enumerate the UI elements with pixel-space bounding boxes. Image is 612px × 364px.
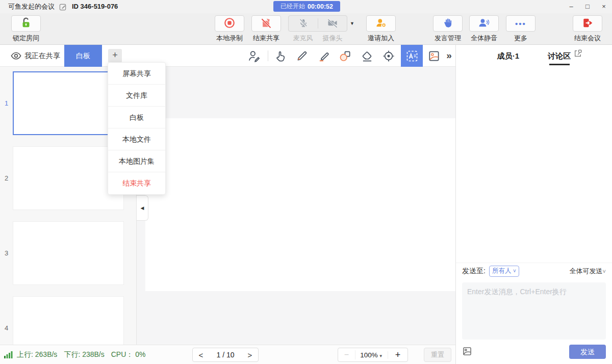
lock-open-icon bbox=[19, 16, 33, 31]
minimize-button[interactable]: – bbox=[563, 0, 579, 13]
page-number: 3 bbox=[0, 249, 13, 257]
main-toolbar: 锁定房间 本地录制 结束共享 bbox=[0, 13, 612, 45]
more-button[interactable]: ••• 更多 bbox=[506, 15, 536, 43]
timer-value: 00:00:52 bbox=[308, 3, 333, 10]
chip-caret-icon: ˅ bbox=[513, 268, 516, 274]
meeting-app-window: 可鱼发起的会议 ID 346-519-076 已经开始 00:00:52 – □… bbox=[0, 0, 612, 364]
window-controls: – □ × bbox=[563, 0, 612, 13]
thumbnail-row: 3 bbox=[0, 221, 136, 285]
lock-room-button[interactable]: 锁定房间 bbox=[11, 15, 41, 43]
camera-label: 摄像头 bbox=[318, 34, 347, 43]
page-navigator: < 1 / 10 > bbox=[192, 348, 259, 362]
page-number: 2 bbox=[0, 174, 13, 182]
perm-caret-icon: ˅ bbox=[603, 268, 606, 274]
local-record-button[interactable]: 本地录制 bbox=[215, 15, 244, 43]
add-share-button[interactable]: + bbox=[108, 49, 122, 63]
zoom-control: − 100%▼ + bbox=[338, 348, 408, 362]
next-page-button[interactable]: > bbox=[242, 351, 258, 359]
laser-pointer-tool[interactable] bbox=[382, 49, 395, 63]
cpu-stat: CPU： 0% bbox=[111, 350, 146, 358]
menu-item-local-file[interactable]: 本地文件 bbox=[108, 128, 165, 150]
meeting-id: ID 346-519-076 bbox=[72, 0, 118, 13]
page-thumbnail[interactable] bbox=[13, 221, 124, 285]
page-number: 4 bbox=[0, 324, 13, 332]
reset-view-button[interactable]: 重置 bbox=[424, 348, 451, 362]
eraser-tool[interactable] bbox=[361, 49, 374, 63]
end-share-button[interactable]: 结束共享 bbox=[251, 15, 281, 43]
whiteboard-workspace: 1 2 3 4 bbox=[0, 67, 455, 345]
main-area: 我正在共享 白板 + bbox=[0, 45, 612, 364]
collapse-arrow-icon: ◀ bbox=[141, 205, 144, 211]
pen-tool[interactable] bbox=[295, 49, 309, 63]
end-meeting-button[interactable]: 结束会议 bbox=[573, 15, 602, 43]
titlebar: 可鱼发起的会议 ID 346-519-076 已经开始 00:00:52 – □… bbox=[0, 0, 612, 13]
status-bar: 上行: 263B/s下行: 238B/sCPU： 0% < 1 / 10 > −… bbox=[0, 345, 455, 364]
chat-message-input[interactable] bbox=[462, 282, 606, 340]
whiteboard-column: 我正在共享 白板 + bbox=[0, 45, 455, 364]
mic-camera-group: 麦克风 摄像头 bbox=[288, 15, 347, 43]
tab-discussion[interactable]: 讨论区 bbox=[548, 45, 571, 67]
close-button[interactable]: × bbox=[596, 0, 612, 13]
downlink-stat: 下行: 238B/s bbox=[64, 350, 104, 358]
whiteboard-page[interactable] bbox=[145, 118, 455, 291]
menu-item-screen-share[interactable]: 屏幕共享 bbox=[108, 63, 165, 85]
highlighter-tool[interactable] bbox=[317, 49, 330, 63]
right-sidebar: 成员·1 讨论区 发送至: 所有人 ˅ 全体可发送˅ bbox=[455, 45, 612, 364]
tab-members[interactable]: 成员·1 bbox=[497, 45, 519, 67]
menu-item-file-library[interactable]: 文件库 bbox=[108, 85, 165, 107]
shapes-tool[interactable] bbox=[339, 49, 352, 63]
end-share-icon bbox=[260, 17, 272, 31]
collapse-thumbnails-handle[interactable]: ◀ bbox=[137, 195, 148, 221]
uplink-stat: 上行: 263B/s bbox=[17, 350, 57, 358]
page-indicator: 1 / 10 bbox=[209, 351, 242, 359]
speaking-management-button[interactable]: 发言管理 bbox=[433, 15, 463, 43]
page-thumbnail[interactable] bbox=[13, 296, 124, 345]
zoom-level-dropdown[interactable]: 100%▼ bbox=[355, 351, 388, 359]
mic-label: 麦克风 bbox=[288, 34, 318, 43]
mic-muted-icon[interactable] bbox=[289, 17, 318, 30]
person-audio-icon bbox=[478, 17, 490, 31]
more-tools-chevrons[interactable]: » bbox=[443, 45, 455, 67]
record-icon bbox=[223, 17, 236, 31]
send-message-button[interactable]: 发送 bbox=[569, 345, 606, 359]
network-stats: 上行: 263B/s下行: 238B/sCPU： 0% bbox=[4, 345, 152, 364]
share-toolbar: 我正在共享 白板 + bbox=[0, 45, 455, 67]
send-to-selector[interactable]: 所有人 ˅ bbox=[489, 266, 519, 277]
sharing-status-label: 我正在共享 bbox=[24, 45, 60, 67]
signal-bars-icon bbox=[4, 350, 13, 360]
mute-all-button[interactable]: 全体静音 bbox=[469, 15, 499, 43]
select-hand-tool[interactable] bbox=[274, 49, 287, 63]
text-tool[interactable] bbox=[401, 45, 423, 67]
exit-meeting-icon bbox=[581, 17, 594, 31]
invite-button[interactable]: 邀请加入 bbox=[366, 15, 396, 43]
group-divider bbox=[318, 18, 318, 29]
edit-title-icon[interactable] bbox=[59, 3, 67, 11]
add-share-dropdown-menu: 屏幕共享 文件库 白板 本地文件 本地图片集 结束共享 bbox=[108, 62, 166, 195]
send-to-row: 发送至: 所有人 ˅ 全体可发送˅ bbox=[456, 263, 612, 279]
device-dropdown-caret[interactable]: ▼ bbox=[350, 21, 354, 26]
annotate-user-tool[interactable] bbox=[247, 49, 261, 63]
meeting-title: 可鱼发起的会议 bbox=[8, 0, 55, 13]
zoom-in-button[interactable]: + bbox=[388, 350, 407, 360]
raised-hand-icon bbox=[442, 17, 453, 30]
camera-off-icon[interactable] bbox=[318, 17, 347, 31]
send-permission-selector[interactable]: 全体可发送˅ bbox=[570, 267, 606, 276]
image-tool[interactable] bbox=[427, 49, 441, 63]
maximize-button[interactable]: □ bbox=[579, 0, 596, 13]
chat-actions-row: 发送 bbox=[456, 344, 612, 364]
menu-item-whiteboard[interactable]: 白板 bbox=[108, 107, 165, 128]
zoom-out-button[interactable]: − bbox=[338, 350, 355, 359]
popout-chat-icon[interactable] bbox=[574, 49, 582, 59]
active-tab-underline bbox=[549, 64, 570, 65]
whiteboard-canvas-area[interactable] bbox=[137, 67, 455, 345]
tools-divider bbox=[268, 50, 268, 61]
insert-image-icon[interactable] bbox=[462, 346, 472, 358]
menu-item-local-images[interactable]: 本地图片集 bbox=[108, 150, 165, 172]
prev-page-button[interactable]: < bbox=[193, 351, 209, 359]
send-to-label: 发送至: bbox=[462, 267, 486, 276]
eye-icon bbox=[10, 50, 22, 63]
tab-whiteboard[interactable]: 白板 bbox=[64, 45, 102, 67]
menu-item-end-share[interactable]: 结束共享 bbox=[108, 172, 165, 194]
meeting-timer-badge: 已经开始 00:00:52 bbox=[273, 1, 340, 12]
page-number: 1 bbox=[0, 99, 13, 107]
